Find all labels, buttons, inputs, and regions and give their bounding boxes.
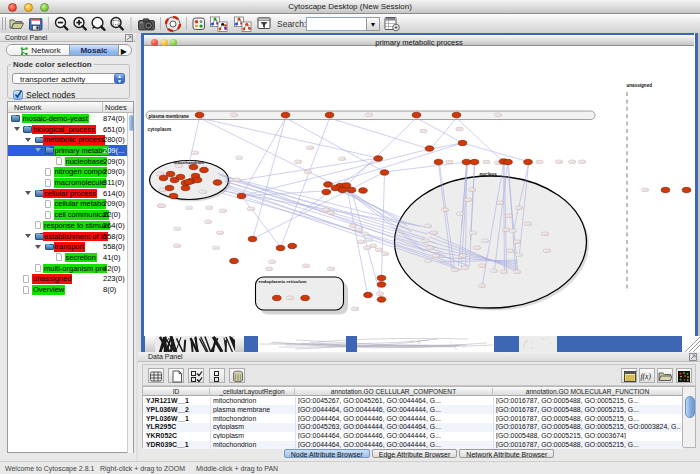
svg-text:f(x): f(x)	[641, 372, 652, 381]
svg-text:unassigned: unassigned	[627, 83, 653, 88]
svg-text:nucleus: nucleus	[480, 172, 498, 177]
svg-text:mitochondrion: mitochondrion	[174, 160, 205, 165]
svg-text:endoplasmic reticulum: endoplasmic reticulum	[259, 279, 307, 284]
svg-text:plasma membrane: plasma membrane	[149, 114, 190, 119]
svg-text:cytoplasm: cytoplasm	[148, 127, 172, 132]
